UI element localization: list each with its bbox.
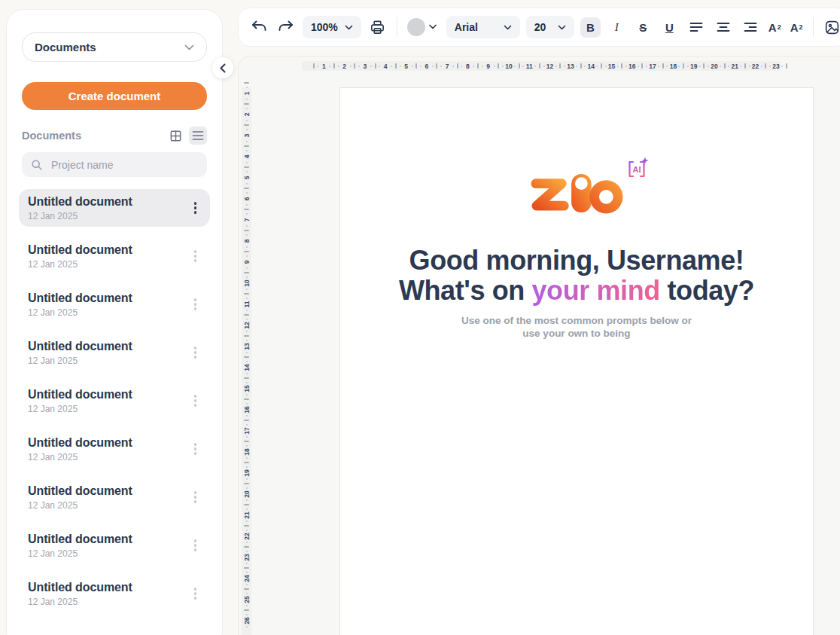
create-document-button[interactable]: Create document (22, 82, 207, 110)
insert-image-button[interactable] (822, 17, 840, 38)
ruler-tick (244, 356, 249, 358)
redo-button[interactable] (275, 17, 297, 38)
document-list-item[interactable]: Untitled document 12 Jan 2025 (19, 285, 210, 323)
ruler-number: 8 (466, 63, 470, 70)
text-color-select[interactable] (406, 17, 440, 38)
workspace-select-label: Documents (35, 41, 96, 53)
document-list-item[interactable]: Untitled document 12 Jan 2025 (19, 334, 210, 371)
ruler-number: 5 (243, 176, 251, 180)
undo-button[interactable] (248, 17, 269, 38)
subtitle-line1: Use one of the most common prompts below… (461, 315, 692, 326)
ruler-tick (391, 66, 392, 67)
document-list-item[interactable]: Untitled document 12 Jan 2025 (19, 478, 210, 516)
ruler-tick (246, 183, 248, 185)
ruler-tick (244, 251, 249, 252)
ruler-tick (246, 276, 248, 278)
subscript-button[interactable]: A2 (789, 21, 805, 34)
workspace-select[interactable]: Documents (22, 32, 207, 62)
ruler-tick (246, 141, 248, 142)
ruler-tick (596, 66, 598, 67)
ai-badge-label: AI (633, 165, 641, 174)
chevron-left-icon (220, 63, 226, 73)
ruler-tick (440, 66, 442, 67)
ruler-tick (246, 352, 248, 353)
ruler-tick (601, 63, 602, 69)
ruler-tick (621, 63, 622, 69)
kebab-menu-icon[interactable] (190, 390, 202, 412)
kebab-menu-icon[interactable] (190, 246, 202, 267)
ruler-number: 2 (342, 63, 346, 70)
ruler-tick (514, 66, 516, 67)
kebab-menu-icon[interactable] (190, 294, 202, 316)
ruler-tick (625, 66, 627, 67)
kebab-menu-icon[interactable] (190, 197, 202, 219)
ruler-number: 22 (752, 63, 759, 70)
greeting-line2-prefix: What's on (399, 275, 532, 306)
document-list-header: Documents (22, 127, 207, 145)
view-toggle (166, 127, 207, 145)
document-list-item[interactable]: Untitled document 12 Jan 2025 (19, 527, 210, 564)
toolbar-divider (397, 17, 397, 37)
color-swatch (407, 18, 425, 36)
ruler-number: 3 (243, 134, 251, 138)
document-meta: Untitled document 12 Jan 2025 (28, 484, 132, 511)
print-button[interactable] (367, 17, 388, 38)
ruler-tick (370, 66, 372, 67)
ruler-number: 23 (243, 554, 251, 560)
font-size-value: 20 (534, 21, 546, 33)
document-meta: Untitled document 12 Jan 2025 (28, 195, 132, 221)
document-list-item[interactable]: Untitled document 12 Jan 2025 (19, 189, 210, 227)
ruler-number: 3 (364, 63, 367, 70)
list-view-icon[interactable] (189, 127, 207, 145)
editor-canvas: 1234567891011121314151617181920212223 12… (238, 56, 840, 635)
document-date: 12 Jan 2025 (28, 356, 132, 366)
zoom-select[interactable]: 100% (303, 16, 361, 38)
align-left-button[interactable] (686, 17, 707, 38)
ruler-tick (482, 66, 483, 67)
ruler-tick (244, 398, 249, 400)
ruler-tick (246, 204, 248, 206)
greeting-line2-suffix: today? (660, 275, 754, 306)
search-box (22, 152, 207, 177)
bold-button[interactable]: B (580, 17, 601, 38)
align-center-button[interactable] (713, 17, 734, 38)
document-list-item[interactable]: Untitled document 12 Jan 2025 (19, 575, 210, 612)
kebab-menu-icon[interactable] (190, 487, 202, 508)
document-date: 12 Jan 2025 (28, 597, 132, 607)
italic-button[interactable]: I (607, 17, 627, 38)
ruler-tick (244, 609, 249, 611)
kebab-menu-icon[interactable] (190, 342, 202, 364)
ruler-tick (457, 63, 458, 69)
search-input[interactable] (50, 158, 198, 172)
grid-view-icon[interactable] (166, 127, 184, 145)
ruler-tick (534, 66, 536, 67)
ruler-tick (244, 335, 249, 337)
kebab-menu-icon[interactable] (190, 583, 202, 605)
document-list-item[interactable]: Untitled document 12 Jan 2025 (19, 430, 210, 468)
document-list-item[interactable]: Untitled document 12 Jan 2025 (19, 382, 210, 420)
ruler-tick (246, 319, 248, 320)
sidebar-collapse-button[interactable] (212, 57, 233, 78)
kebab-menu-icon[interactable] (190, 438, 202, 460)
document-page[interactable]: zio (339, 87, 814, 635)
ruler-tick (646, 66, 647, 67)
font-size-select[interactable]: 20 (526, 16, 574, 38)
horizontal-ruler: 1234567891011121314151617181920212223 (302, 61, 781, 71)
ruler-tick (244, 124, 249, 126)
ruler-number: 16 (243, 406, 251, 413)
document-title: Untitled document (28, 533, 132, 546)
ruler-tick (246, 415, 248, 417)
font-family-select[interactable]: Arial (446, 16, 520, 38)
underline-button[interactable]: U (659, 17, 680, 38)
ruler-tick (555, 66, 557, 67)
superscript-button[interactable]: A2 (767, 21, 783, 34)
ruler-tick (543, 66, 545, 67)
ruler-number: 5 (404, 63, 408, 70)
align-right-button[interactable] (740, 17, 761, 38)
strikethrough-button[interactable]: S (633, 17, 653, 38)
kebab-menu-icon[interactable] (190, 535, 202, 557)
ruler-tick (432, 66, 434, 67)
ruler-number: 1 (322, 63, 326, 70)
greeting-subtitle: Use one of the most common prompts below… (340, 314, 813, 340)
document-list-item[interactable]: Untitled document 12 Jan 2025 (19, 237, 210, 275)
